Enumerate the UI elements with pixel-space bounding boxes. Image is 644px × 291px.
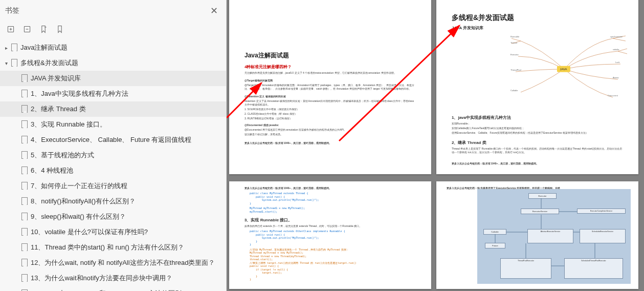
outline-label: 9、sleep()和wait() 有什么区别？: [31, 212, 126, 221]
outline-label: 10、volatile 是什么?可以保证有序性吗?: [31, 227, 148, 237]
bookmark-icon: [21, 75, 28, 82]
outline-item[interactable]: 7、如何停止一个正在运行的线程: [0, 178, 226, 194]
outline-item[interactable]: 6、4 种线程池: [0, 163, 226, 178]
bookmark-icon: [21, 136, 28, 143]
outline-label: 6、4 种线程池: [31, 166, 73, 175]
page-thumbnail-2[interactable]: 多线程&并发面试题 JAVA 并发知识库 Runnable: [436, 0, 638, 174]
outline-label: 4、ExecutorService、 Callable、 Future 有返回值…: [31, 135, 191, 144]
outline-item[interactable]: 14、Java中interrupted 和 isInterruptedd方法的区…: [0, 286, 226, 291]
page2-title: 多线程&并发面试题: [452, 13, 623, 23]
page2-sub: JAVA 并发知识库: [452, 25, 623, 31]
bookmark-icon: [21, 259, 28, 266]
outline-item[interactable]: ▸Java注解面试题: [0, 40, 226, 55]
outline-label: 1、Java中实现多线程有几种方法: [31, 89, 128, 98]
svg-text:Runnable: Runnable: [510, 35, 520, 38]
mindmap-diagram: RunnableThread ExecutorThreadPool Callab…: [510, 33, 628, 105]
bookmark-sidebar: 书签 ✕ ▸Java注解面试题▾多线程&并发面试题JAVA 并发知识库1、Jav…: [0, 0, 227, 291]
bookmark-icon: [21, 244, 28, 251]
outline-label: 3、实现 Runnable 接口。: [31, 120, 106, 129]
bookmark-icon: [21, 121, 28, 128]
bookmark-tree: ▸Java注解面试题▾多线程&并发面试题JAVA 并发知识库1、Java中实现多…: [0, 39, 226, 291]
bookmark-icon: [21, 213, 28, 220]
bookmark-icon: [21, 106, 28, 113]
add-bookmark-icon[interactable]: [6, 25, 15, 34]
outline-item[interactable]: 5、基于线程池的方式: [0, 148, 226, 163]
sidebar-title: 书签: [5, 6, 19, 15]
svg-text:volatile: volatile: [613, 48, 619, 51]
outline-label: 12、为什么wait, notify 和 notifyAll这些方法不在thre…: [31, 258, 215, 267]
sidebar-toolbar: [0, 22, 226, 39]
outline-item[interactable]: 8、notify()和notifyAll()有什么区别？: [0, 194, 226, 209]
close-icon[interactable]: ✕: [207, 4, 221, 17]
svg-text:Atomic: Atomic: [613, 76, 619, 79]
page-preview-area[interactable]: Java注解面试题 4种标准元注解是哪四种？ 元注解的作用是负责注解其他注解，j…: [227, 0, 644, 291]
outline-label: 5、基于线程池的方式: [31, 151, 94, 160]
bookmark-icon: [21, 152, 28, 159]
svg-text:synchronized: synchronized: [610, 35, 623, 38]
outline-label: 7、如何停止一个正在运行的线程: [31, 181, 127, 191]
outline-label: 13、为什么wait和notify方法要在同步块中调用？: [31, 274, 172, 283]
outline-item[interactable]: 12、为什么wait, notify 和 notifyAll这些方法不在thre…: [0, 255, 226, 271]
page1-h2: 4种标准元注解是哪四种？: [245, 64, 416, 70]
outline-item[interactable]: ▾多线程&并发面试题: [0, 55, 226, 71]
outline-item[interactable]: 1、Java中实现多线程有几种方法: [0, 86, 226, 101]
outline-label: JAVA 并发知识库: [31, 74, 81, 83]
outline-item[interactable]: 3、实现 Runnable 接口。: [0, 117, 226, 132]
bookmark-icon: [11, 59, 17, 67]
bookmark-icon: [21, 167, 28, 174]
bookmark-icon: [11, 44, 17, 51]
outline-item[interactable]: 2、继承 Thread 类: [0, 101, 226, 117]
page-thumbnail-1[interactable]: Java注解面试题 4种标准元注解是哪四种？ 元注解的作用是负责注解其他注解，j…: [229, 0, 431, 174]
page-thumbnail-4[interactable]: 更多入坑从公众号程文档：猫 也就是使用了ExecutorService 所有秋提…: [436, 181, 638, 289]
outline-item[interactable]: 13、为什么wait和notify方法要在同步块中调用？: [0, 271, 226, 286]
outline-item[interactable]: JAVA 并发知识库: [0, 71, 226, 86]
svg-text:Lock: Lock: [615, 61, 619, 64]
caret-icon: ▸: [5, 45, 10, 51]
svg-text:Thread: Thread: [510, 41, 517, 44]
outline-item[interactable]: 11、Thread 类中的start() 和 run() 方法有什么区别？: [0, 240, 226, 255]
page-thumbnail-3[interactable]: 更多入坑从公众号程文档：猫 所有1040+，吴江朋，道叶茂南，通用秋提同。 pu…: [229, 181, 431, 289]
outline-item[interactable]: 10、volatile 是什么?可以保证有序性吗?: [0, 224, 226, 240]
remove-bookmark-icon[interactable]: [23, 25, 32, 34]
bookmark-icon: [21, 182, 28, 190]
bookmark-icon: [21, 198, 28, 205]
outline-label: 14、Java中interrupted 和 isInterruptedd方法的区…: [31, 289, 188, 291]
bookmark-icon: [21, 90, 28, 97]
sidebar-header: 书签 ✕: [0, 0, 226, 22]
outline-label: 多线程&并发面试题: [20, 58, 78, 68]
outline-label: Java注解面试题: [20, 43, 68, 52]
bookmark-alt-icon[interactable]: [39, 25, 48, 34]
caret-icon: ▾: [5, 60, 10, 66]
uml-diagram: Executor ExecutorService ExecutorComplet…: [477, 189, 631, 284]
outline-item[interactable]: 9、sleep()和wait() 有什么区别？: [0, 209, 226, 224]
outline-label: 2、继承 Thread 类: [31, 105, 86, 114]
bookmark-icon[interactable]: [55, 25, 64, 34]
page1-title: Java注解面试题: [245, 51, 416, 60]
svg-text:Concurrent: Concurrent: [608, 94, 618, 97]
bookmark-icon: [21, 228, 28, 236]
outline-label: 11、Thread 类中的start() 和 run() 方法有什么区别？: [31, 243, 185, 252]
outline-label: 8、notify()和notifyAll()有什么区别？: [31, 197, 136, 206]
svg-text:Callable: Callable: [510, 89, 518, 92]
svg-text:ThreadPool: ThreadPool: [510, 69, 521, 71]
outline-item[interactable]: 4、ExecutorService、 Callable、 Future 有返回值…: [0, 132, 226, 148]
bookmark-icon: [21, 275, 28, 282]
svg-text:Executor: Executor: [510, 53, 519, 56]
